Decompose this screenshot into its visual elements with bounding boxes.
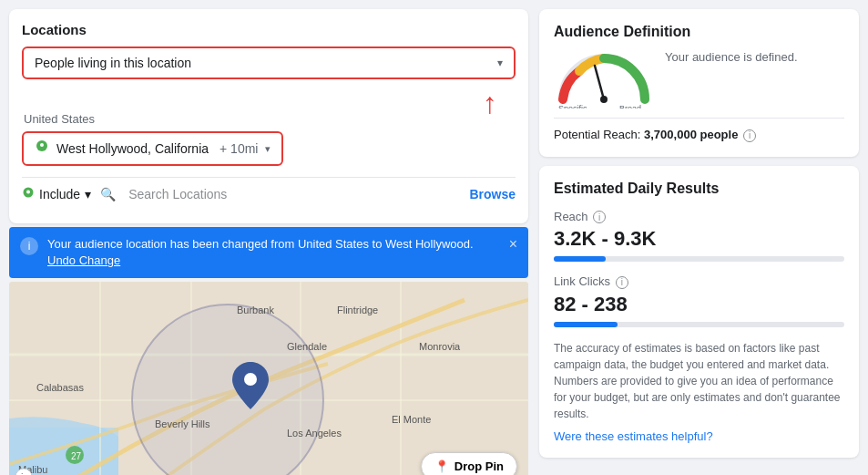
- potential-reach-prefix: Potential Reach:: [554, 128, 640, 141]
- drop-pin-button[interactable]: 📍 Drop Pin: [421, 452, 517, 475]
- reach-bar-fill: [554, 256, 606, 262]
- svg-text:27: 27: [71, 451, 82, 461]
- disclaimer-text: The accuracy of estimates is based on fa…: [554, 340, 844, 422]
- audience-definition-panel: Audience Definition Specific: [539, 9, 859, 157]
- link-clicks-bar-fill: [554, 322, 618, 327]
- include-row: Include ▾ 🔍 Search Locations Browse: [22, 177, 516, 211]
- radius-arrow-icon: ▾: [265, 143, 271, 155]
- svg-text:Specific: Specific: [558, 104, 587, 108]
- gauge-section: Specific Broad Your audience is defined.: [554, 49, 844, 108]
- drop-pin-label: Drop Pin: [454, 460, 504, 473]
- map-container: Calabasas Burbank Flintridge Monrovia Gl…: [9, 282, 528, 475]
- link-clicks-label: Link Clicks i: [554, 274, 844, 289]
- reach-label: Reach i: [554, 210, 844, 224]
- location-dropdown[interactable]: People living in this location ▾: [22, 46, 516, 79]
- svg-point-34: [600, 96, 608, 103]
- search-icon: 🔍: [100, 187, 116, 201]
- gauge-text: Your audience is defined.: [665, 49, 798, 66]
- include-pin-icon: [22, 187, 35, 202]
- red-arrow-container: ↑: [22, 88, 508, 118]
- helpful-link[interactable]: Were these estimates helpful?: [554, 429, 713, 443]
- reach-info-icon[interactable]: i: [593, 211, 606, 223]
- location-radius: + 10mi: [220, 141, 258, 156]
- gauge-icon: Specific Broad: [554, 49, 654, 108]
- link-clicks-bar-background: [554, 322, 844, 327]
- svg-text:Los Angeles: Los Angeles: [287, 428, 342, 439]
- locations-title: Locations: [22, 22, 516, 37]
- include-arrow-icon: ▾: [85, 187, 91, 201]
- audience-definition-title: Audience Definition: [554, 24, 844, 40]
- close-icon[interactable]: ×: [509, 236, 517, 253]
- svg-text:Burbank: Burbank: [237, 305, 274, 315]
- svg-text:Monrovia: Monrovia: [419, 341, 461, 352]
- estimated-results-title: Estimated Daily Results: [554, 181, 844, 197]
- link-clicks-info-icon[interactable]: i: [616, 276, 628, 289]
- svg-text:Calabasas: Calabasas: [36, 382, 84, 393]
- location-name: West Hollywood, California: [56, 141, 209, 156]
- search-locations-input[interactable]: Search Locations: [125, 183, 460, 205]
- svg-point-24: [244, 373, 257, 386]
- potential-reach-info-icon[interactable]: i: [743, 129, 756, 142]
- location-pin-icon: [35, 139, 49, 158]
- drop-pin-icon: 📍: [434, 460, 449, 473]
- svg-text:Broad: Broad: [619, 104, 641, 108]
- include-button[interactable]: Include ▾: [22, 187, 91, 202]
- info-banner: i Your audience location has been change…: [9, 227, 528, 278]
- reach-bar-background: [554, 256, 844, 262]
- svg-text:i: i: [21, 471, 23, 475]
- location-dropdown-text: People living in this location: [35, 56, 191, 70]
- info-banner-icon: i: [20, 237, 38, 255]
- undo-change-link[interactable]: Undo Change: [47, 253, 120, 267]
- browse-button[interactable]: Browse: [469, 187, 516, 201]
- dropdown-arrow-icon: ▾: [497, 57, 503, 69]
- red-arrow-icon: ↑: [483, 88, 497, 118]
- location-pill[interactable]: West Hollywood, California + 10mi ▾: [22, 131, 283, 166]
- include-label: Include: [39, 187, 80, 201]
- potential-reach: Potential Reach: 3,700,000 people i: [554, 118, 844, 142]
- estimated-results-panel: Estimated Daily Results Reach i 3.2K - 9…: [539, 166, 859, 458]
- potential-reach-value: 3,700,000 people: [644, 128, 738, 141]
- svg-line-33: [595, 66, 604, 99]
- svg-text:Glendale: Glendale: [287, 341, 327, 352]
- link-clicks-value: 82 - 238: [554, 293, 844, 316]
- svg-text:Flintridge: Flintridge: [337, 305, 378, 315]
- map-svg: Calabasas Burbank Flintridge Monrovia Gl…: [9, 282, 528, 475]
- svg-text:Beverly Hills: Beverly Hills: [155, 418, 210, 429]
- reach-value: 3.2K - 9.3K: [554, 227, 844, 251]
- info-banner-text: Your audience location has been changed …: [47, 236, 500, 269]
- svg-text:El Monte: El Monte: [392, 414, 431, 425]
